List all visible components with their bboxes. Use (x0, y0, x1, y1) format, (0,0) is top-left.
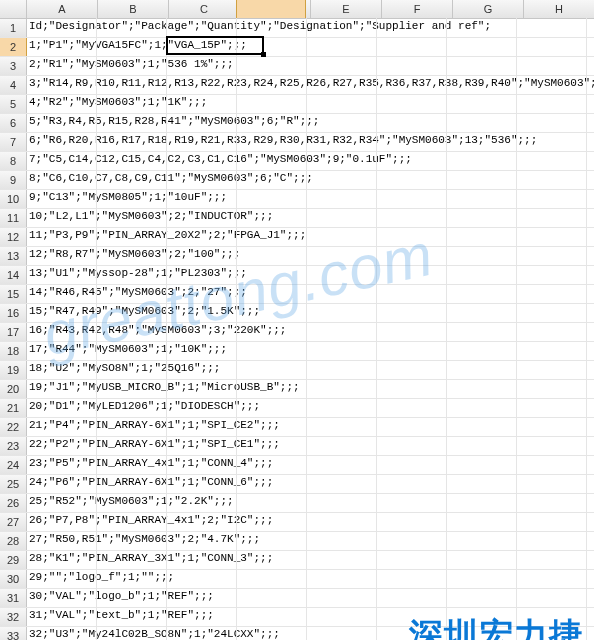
cell-text: 8;"C6,C10,C7,C8,C9,C11";"MySM0603";6;"C"… (29, 172, 313, 184)
table-row: 1110;"L2,L1";"MySM0603";2;"INDUCTOR";;; (0, 209, 594, 228)
table-row: 2827;"R50,R51";"MySM0603";2;"4.7K";;; (0, 532, 594, 551)
row-header[interactable]: 16 (0, 304, 27, 322)
row-header[interactable]: 12 (0, 228, 27, 246)
table-row: 1716;"R43,R42,R48";"MySM0603";3;"220K";;… (0, 323, 594, 342)
cell-text: 3;"R14,R9,R10,R11,R12,R13,R22,R23,R24,R2… (29, 77, 594, 89)
cell[interactable]: 15;"R47,R49";"MySM0603";2;"1.5K";;; (27, 304, 594, 322)
cell[interactable]: 12;"R8,R7";"MySM0603";2;"100";;; (27, 247, 594, 265)
row-header[interactable]: 28 (0, 532, 27, 550)
cell[interactable]: 22;"P2";"PIN_ARRAY-6X1";1;"SPI_CE1";;; (27, 437, 594, 455)
row-header[interactable]: 23 (0, 437, 27, 455)
cell-text: 29;"";"logo_f";1;"";;; (29, 571, 174, 583)
table-row: 21;"P1";"MyVGA15FC";1;"VGA_15P";;; (0, 38, 594, 57)
table-row: 1312;"R8,R7";"MySM0603";2;"100";;; (0, 247, 594, 266)
cell[interactable]: 30;"VAL";"logo_b";1;"REF";;; (27, 589, 594, 607)
row-header[interactable]: 27 (0, 513, 27, 531)
row-header[interactable]: 33 (0, 627, 27, 640)
cell[interactable]: 5;"R3,R4,R5,R15,R28,R41";"MySM0603";6;"R… (27, 114, 594, 132)
row-header[interactable]: 20 (0, 380, 27, 398)
cell[interactable]: 11;"P3,P9";"PIN_ARRAY_20X2";2;"FPGA_J1";… (27, 228, 594, 246)
row-header[interactable]: 7 (0, 133, 27, 151)
row-header[interactable]: 13 (0, 247, 27, 265)
row-header[interactable]: 26 (0, 494, 27, 512)
table-row: 1514;"R46,R45";"MySM0603";2;"27";;; (0, 285, 594, 304)
cell[interactable]: 25;"R52";"MySM0603";1;"2.2K";;; (27, 494, 594, 512)
row-header[interactable]: 1 (0, 19, 27, 37)
row-header[interactable]: 30 (0, 570, 27, 588)
cell[interactable]: 32;"U3";"My24lC02B_SO8N";1;"24LCXX";;; (27, 627, 594, 640)
row-header[interactable]: 11 (0, 209, 27, 227)
row-header[interactable]: 9 (0, 171, 27, 189)
cell[interactable]: 27;"R50,R51";"MySM0603";2;"4.7K";;; (27, 532, 594, 550)
row-header[interactable]: 6 (0, 114, 27, 132)
cell[interactable]: 19;"J1";"MyUSB_MICRO_B";1;"MicroUSB_B";;… (27, 380, 594, 398)
select-all-corner[interactable] (0, 0, 27, 18)
col-header-b[interactable]: B (98, 0, 169, 18)
cell[interactable]: 14;"R46,R45";"MySM0603";2;"27";;; (27, 285, 594, 303)
cell-text: 23;"P5";"PIN_ARRAY_4x1";1;"CONN_4";;; (29, 457, 273, 469)
cell[interactable]: 8;"C6,C10,C7,C8,C9,C11";"MySM0603";6;"C"… (27, 171, 594, 189)
table-row: 1918;"U2";"MySO8N";1;"25Q16";;; (0, 361, 594, 380)
cell[interactable]: 16;"R43,R42,R48";"MySM0603";3;"220K";;; (27, 323, 594, 341)
cell[interactable]: 3;"R14,R9,R10,R11,R12,R13,R22,R23,R24,R2… (27, 76, 594, 94)
cell[interactable]: 13;"U1";"Myssop-28";1;"PL2303";;; (27, 266, 594, 284)
cell[interactable]: 23;"P5";"PIN_ARRAY_4x1";1;"CONN_4";;; (27, 456, 594, 474)
table-row: 1615;"R47,R49";"MySM0603";2;"1.5K";;; (0, 304, 594, 323)
cell[interactable]: 28;"K1";"PIN_ARRAY_3X1";1;"CONN_3";;; (27, 551, 594, 569)
col-header-h[interactable]: H (524, 0, 594, 18)
cell[interactable]: Id;"Designator";"Package";"Quantity";"De… (27, 19, 594, 37)
cell[interactable]: 9;"C13";"MySM0805";1;"10uF";;; (27, 190, 594, 208)
table-row: 3029;"";"logo_f";1;"";;; (0, 570, 594, 589)
row-header[interactable]: 17 (0, 323, 27, 341)
cell[interactable]: 20;"D1";"MyLED1206";1;"DIODESCH";;; (27, 399, 594, 417)
row-header[interactable]: 19 (0, 361, 27, 379)
row-header[interactable]: 29 (0, 551, 27, 569)
cell-text: 30;"VAL";"logo_b";1;"REF";;; (29, 590, 214, 602)
cell[interactable]: 26;"P7,P8";"PIN_ARRAY_4x1";2;"I2C";;; (27, 513, 594, 531)
cell-text: 17;"R44";"MySM0603";1;"10K";;; (29, 343, 227, 355)
cell[interactable]: 17;"R44";"MySM0603";1;"10K";;; (27, 342, 594, 360)
row-header[interactable]: 15 (0, 285, 27, 303)
table-row: 1211;"P3,P9";"PIN_ARRAY_20X2";2;"FPGA_J1… (0, 228, 594, 247)
row-header[interactable]: 5 (0, 95, 27, 113)
row-header[interactable]: 25 (0, 475, 27, 493)
row-header[interactable]: 18 (0, 342, 27, 360)
row-header[interactable]: 8 (0, 152, 27, 170)
table-row: 1817;"R44";"MySM0603";1;"10K";;; (0, 342, 594, 361)
cell[interactable]: 4;"R2";"MySM0603";1;"1K";;; (27, 95, 594, 113)
row-header[interactable]: 14 (0, 266, 27, 284)
cell[interactable]: 6;"R6,R20,R16,R17,R18,R19,R21,R33,R29,R3… (27, 133, 594, 151)
col-header-d[interactable]: D (240, 0, 311, 18)
row-header[interactable]: 10 (0, 190, 27, 208)
rows-container: 1Id;"Designator";"Package";"Quantity";"D… (0, 19, 594, 640)
row-header[interactable]: 22 (0, 418, 27, 436)
table-row: 3332;"U3";"My24lC02B_SO8N";1;"24LCXX";;; (0, 627, 594, 640)
cell-text: Id;"Designator";"Package";"Quantity";"De… (29, 20, 491, 32)
row-header[interactable]: 2 (0, 38, 27, 56)
row-header[interactable]: 24 (0, 456, 27, 474)
row-header[interactable]: 21 (0, 399, 27, 417)
col-header-a[interactable]: A (27, 0, 98, 18)
col-header-c[interactable]: C (169, 0, 240, 18)
col-header-g[interactable]: G (453, 0, 524, 18)
col-header-f[interactable]: F (382, 0, 453, 18)
row-header[interactable]: 4 (0, 76, 27, 94)
cell[interactable]: 2;"R1";"MySM0603";1;"536 1%";;; (27, 57, 594, 75)
cell[interactable]: 1;"P1";"MyVGA15FC";1;"VGA_15P";;; (27, 38, 594, 56)
row-header[interactable]: 31 (0, 589, 27, 607)
row-header[interactable]: 3 (0, 57, 27, 75)
col-header-e[interactable]: E (311, 0, 382, 18)
cell-text: 26;"P7,P8";"PIN_ARRAY_4x1";2;"I2C";;; (29, 514, 273, 526)
table-row: 2524;"P6";"PIN_ARRAY-6X1";1;"CONN_6";;; (0, 475, 594, 494)
cell[interactable]: 10;"L2,L1";"MySM0603";2;"INDUCTOR";;; (27, 209, 594, 227)
cell[interactable]: 31;"VAL";"text_b";1;"REF";;; (27, 608, 594, 626)
table-row: 98;"C6,C10,C7,C8,C9,C11";"MySM0603";6;"C… (0, 171, 594, 190)
cell[interactable]: 29;"";"logo_f";1;"";;; (27, 570, 594, 588)
cell[interactable]: 21;"P4";"PIN_ARRAY-6X1";1;"SPI_CE2";;; (27, 418, 594, 436)
table-row: 2019;"J1";"MyUSB_MICRO_B";1;"MicroUSB_B"… (0, 380, 594, 399)
cell-text: 32;"U3";"My24lC02B_SO8N";1;"24LCXX";;; (29, 628, 280, 640)
cell[interactable]: 24;"P6";"PIN_ARRAY-6X1";1;"CONN_6";;; (27, 475, 594, 493)
cell[interactable]: 18;"U2";"MySO8N";1;"25Q16";;; (27, 361, 594, 379)
row-header[interactable]: 32 (0, 608, 27, 626)
cell[interactable]: 7;"C5,C14,C12,C15,C4,C2,C3,C1,C16";"MySM… (27, 152, 594, 170)
